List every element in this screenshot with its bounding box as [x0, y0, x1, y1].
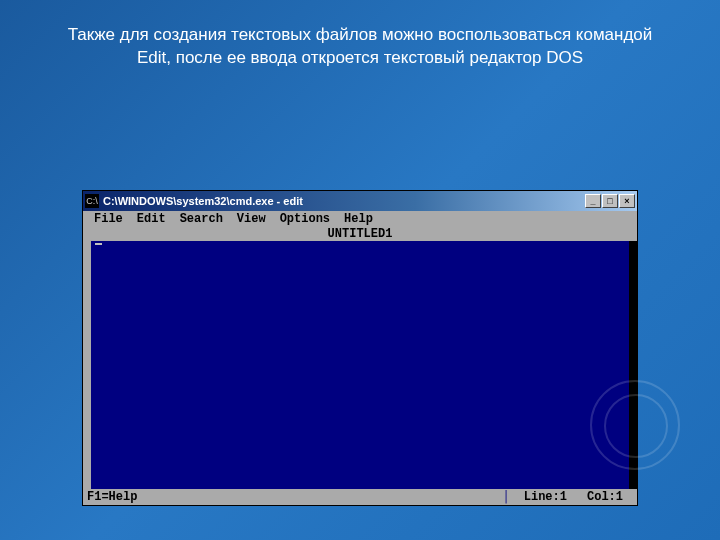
menu-file[interactable]: File: [87, 212, 130, 226]
status-divider-icon: │: [499, 490, 514, 504]
close-button[interactable]: ×: [619, 194, 635, 208]
text-cursor: [95, 243, 102, 245]
system-menu-icon[interactable]: C:\: [85, 194, 99, 208]
menu-edit[interactable]: Edit: [130, 212, 173, 226]
status-line-label: Line:: [524, 490, 560, 504]
menubar: File Edit Search View Options Help: [83, 211, 637, 227]
editor-body[interactable]: [83, 241, 637, 489]
status-col-label: Col:: [587, 490, 616, 504]
status-line: Line:1: [514, 490, 577, 504]
window-title: C:\WINDOWS\system32\cmd.exe - edit: [103, 195, 585, 207]
titlebar[interactable]: C:\ C:\WINDOWS\system32\cmd.exe - edit _…: [83, 191, 637, 211]
window-controls: _ □ ×: [585, 194, 635, 208]
maximize-button[interactable]: □: [602, 194, 618, 208]
slide-caption: Также для создания текстовых файлов можн…: [0, 0, 720, 70]
status-help: F1=Help: [87, 490, 147, 504]
menu-view[interactable]: View: [230, 212, 273, 226]
cmd-window: C:\ C:\WINDOWS\system32\cmd.exe - edit _…: [82, 190, 638, 506]
status-col: Col:1: [577, 490, 633, 504]
status-line-value: 1: [560, 490, 567, 504]
status-col-value: 1: [616, 490, 623, 504]
document-title: UNTITLED1: [324, 227, 397, 241]
document-title-row: UNTITLED1: [83, 227, 637, 241]
dos-editor: File Edit Search View Options Help UNTIT…: [83, 211, 637, 505]
menu-help[interactable]: Help: [337, 212, 380, 226]
menu-options[interactable]: Options: [273, 212, 337, 226]
menu-search[interactable]: Search: [173, 212, 230, 226]
minimize-button[interactable]: _: [585, 194, 601, 208]
statusbar: F1=Help │ Line:1 Col:1: [83, 489, 637, 505]
